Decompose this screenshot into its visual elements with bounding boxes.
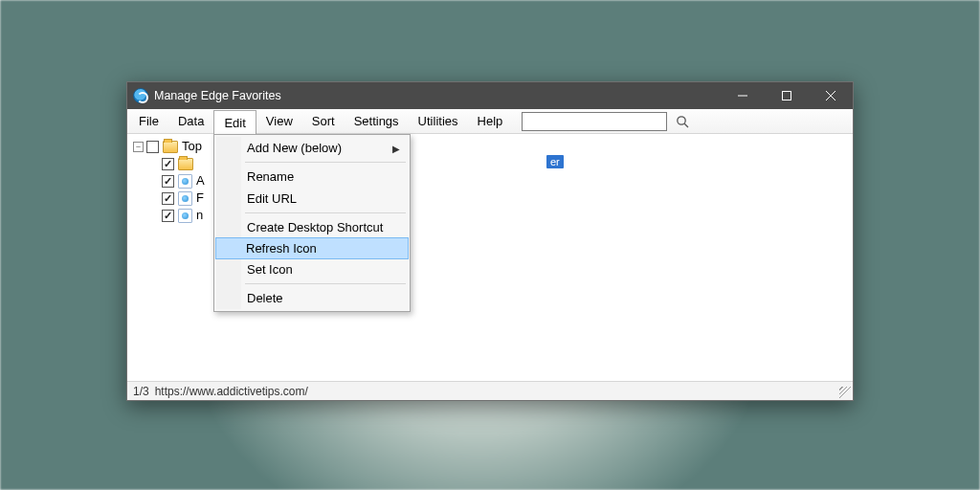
menu-separator — [245, 162, 406, 163]
menu-label: Refresh Icon — [246, 241, 317, 256]
menu-label: Rename — [247, 169, 294, 184]
status-url: https://www.addictivetips.com/ — [155, 385, 308, 398]
menu-label: Add New (below) — [247, 141, 342, 155]
tree-item[interactable]: A — [133, 172, 205, 189]
tree-item[interactable] — [133, 155, 205, 172]
checkbox[interactable] — [162, 192, 174, 205]
menu-separator — [245, 212, 406, 213]
selection-fragment: er — [546, 155, 564, 168]
tree-label: A — [196, 172, 205, 189]
maximize-button[interactable] — [765, 82, 809, 109]
tree-root[interactable]: − Top — [133, 138, 205, 155]
minimize-icon — [738, 91, 747, 100]
menu-set-icon[interactable]: Set Icon — [216, 258, 408, 280]
close-icon — [826, 91, 835, 100]
status-counter: 1/3 — [133, 385, 149, 398]
menu-rename[interactable]: Rename — [216, 166, 408, 188]
menu-create-shortcut[interactable]: Create Desktop Shortcut — [216, 216, 408, 238]
resize-grip-icon[interactable] — [839, 387, 851, 398]
menu-refresh-icon[interactable]: Refresh Icon — [215, 237, 409, 259]
menu-file[interactable]: File — [129, 109, 168, 133]
favorites-tree[interactable]: − Top A F n — [133, 138, 205, 224]
menu-label: Create Desktop Shortcut — [247, 220, 383, 234]
checkbox[interactable] — [162, 210, 174, 222]
menu-add-new[interactable]: Add New (below) ▶ — [216, 137, 408, 159]
menu-help[interactable]: Help — [468, 109, 513, 133]
menu-label: Set Icon — [247, 262, 293, 277]
folder-icon — [163, 141, 178, 153]
app-window: Manage Edge Favorites File Data Edit Vie… — [126, 81, 854, 401]
menubar: File Data Edit View Sort Settings Utilit… — [127, 109, 853, 134]
titlebar[interactable]: Manage Edge Favorites — [127, 82, 853, 109]
collapse-icon[interactable]: − — [133, 142, 144, 152]
search-icon — [676, 115, 689, 128]
minimize-button[interactable] — [721, 82, 765, 109]
tree-label: Top — [182, 138, 202, 155]
window-title: Manage Edge Favorites — [154, 89, 281, 102]
menu-edit[interactable]: Edit — [213, 110, 256, 135]
submenu-arrow-icon: ▶ — [392, 143, 400, 153]
menu-label: Delete — [247, 291, 283, 305]
svg-line-5 — [684, 123, 688, 127]
favorite-icon — [178, 174, 192, 189]
statusbar: 1/3 https://www.addictivetips.com/ — [127, 381, 853, 400]
tree-item[interactable]: F — [133, 189, 205, 207]
edit-dropdown: Add New (below) ▶ Rename Edit URL Create… — [213, 134, 411, 312]
maximize-icon — [782, 91, 791, 100]
search-button[interactable] — [671, 109, 694, 133]
close-button[interactable] — [809, 82, 853, 109]
tree-label: F — [196, 189, 204, 207]
menu-data[interactable]: Data — [168, 109, 213, 133]
menu-label: Edit URL — [247, 191, 297, 206]
favorite-icon — [178, 191, 192, 206]
menu-delete[interactable]: Delete — [216, 287, 408, 309]
checkbox[interactable] — [162, 175, 174, 188]
content-area: − Top A F n — [127, 134, 853, 381]
folder-icon — [178, 158, 193, 170]
menu-settings[interactable]: Settings — [345, 109, 409, 133]
svg-rect-1 — [783, 92, 791, 100]
app-icon — [133, 88, 148, 103]
search-input[interactable] — [522, 112, 667, 131]
menu-view[interactable]: View — [256, 109, 302, 133]
svg-point-4 — [678, 116, 685, 123]
menu-edit-url[interactable]: Edit URL — [216, 188, 408, 210]
tree-label: n — [196, 207, 203, 224]
checkbox[interactable] — [162, 158, 174, 170]
menu-utilities[interactable]: Utilities — [409, 109, 468, 133]
tree-item[interactable]: n — [133, 207, 205, 224]
menu-sort[interactable]: Sort — [302, 109, 345, 133]
favorite-icon — [178, 209, 192, 223]
menu-separator — [245, 283, 406, 284]
checkbox[interactable] — [146, 141, 159, 153]
